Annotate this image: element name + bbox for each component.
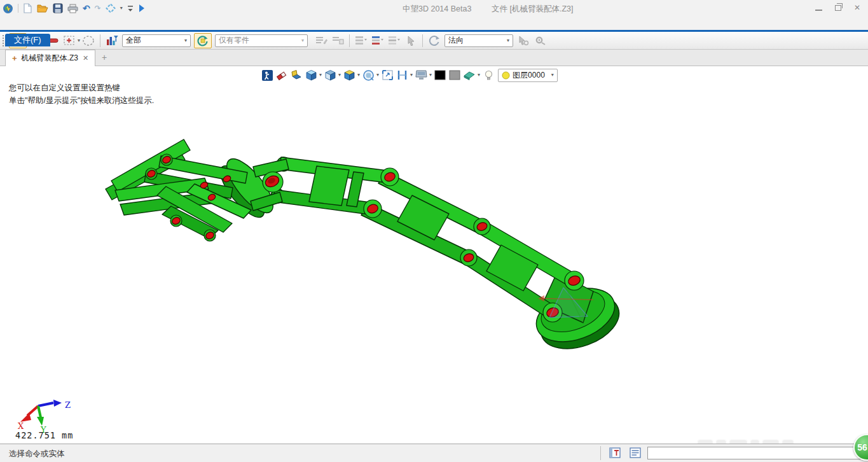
start-app-icon[interactable] xyxy=(138,4,146,13)
save-icon[interactable] xyxy=(53,3,63,13)
command-list-icon[interactable] xyxy=(630,447,641,458)
pick-scope-combo[interactable]: 仅有零件 ▾ xyxy=(215,34,308,47)
pick-scope-value: 仅有零件 xyxy=(219,35,249,46)
selection-toolbar: ▾ 全部 ▾ 仅有零件 ▾ 法向 ▾ xyxy=(0,32,868,50)
view-orient-icon[interactable] xyxy=(427,33,442,48)
axis-triad: Z X Y xyxy=(11,396,81,435)
new-tab-button[interactable]: + xyxy=(102,52,107,62)
pick-box-button[interactable] xyxy=(62,33,77,48)
chevron-down-icon: ▾ xyxy=(301,38,304,43)
close-button[interactable]: ✕ xyxy=(854,4,860,11)
filter-scope-combo[interactable]: 全部 ▾ xyxy=(122,34,191,47)
input-options-icon[interactable] xyxy=(532,33,548,48)
orient-combo[interactable]: 法向 ▾ xyxy=(444,34,513,47)
undo-icon[interactable]: ↶ xyxy=(83,4,90,13)
rotate-view-button[interactable] xyxy=(194,33,212,48)
document-title: 文件 [机械臂装配体.Z3] xyxy=(492,4,573,15)
axis-label-z: Z xyxy=(65,400,71,410)
minimize-button[interactable] xyxy=(815,10,822,11)
list-edit-icon[interactable] xyxy=(313,33,329,48)
open-file-icon[interactable] xyxy=(37,4,48,13)
document-tab-bar: + 机械臂装配体.Z3 ✕ + xyxy=(0,50,868,66)
filter-scope-value: 全部 xyxy=(126,35,141,46)
quick-access-toolbar: ↶ ↷ ▾ xyxy=(3,2,146,15)
divider xyxy=(349,34,350,47)
layer-stack-icon-2[interactable] xyxy=(370,33,385,48)
corner-badge-value: 56 xyxy=(857,442,867,452)
pointer-target-icon[interactable] xyxy=(516,33,531,48)
orient-value: 法向 xyxy=(448,35,464,46)
layer-stack-icon-3[interactable] xyxy=(387,33,402,48)
app-logo-icon[interactable] xyxy=(3,3,13,14)
chevron-down-icon: ▾ xyxy=(507,38,509,43)
title-bar: ↶ ↷ ▾ 中望3D 2014 Beta3 文件 [机械臂装配体.Z3] ✕ xyxy=(0,0,868,17)
list-window-icon[interactable] xyxy=(330,33,345,48)
assembly-model[interactable] xyxy=(0,66,868,444)
menu-item-file[interactable]: 文件(F) xyxy=(5,34,50,46)
selection-filter-icon[interactable] xyxy=(104,33,120,48)
pointer-icon[interactable] xyxy=(403,33,418,48)
toolbar-options-icon[interactable] xyxy=(127,4,134,12)
lasso-button[interactable] xyxy=(81,33,96,48)
axis-label-x: X xyxy=(18,421,24,431)
chevron-down-icon[interactable]: ▾ xyxy=(120,6,123,11)
status-bar: 选择命令或实体 xyxy=(0,444,868,462)
app-title: 中望3D 2014 Beta3 xyxy=(403,4,471,15)
new-file-icon[interactable] xyxy=(23,3,32,13)
document-tab-active[interactable]: + 机械臂装配体.Z3 ✕ xyxy=(5,50,95,66)
divider xyxy=(422,34,423,47)
redo-icon[interactable]: ↷ xyxy=(95,4,101,12)
tab-close-icon[interactable]: ✕ xyxy=(83,54,88,62)
divider xyxy=(600,446,601,460)
maximize-button[interactable] xyxy=(835,5,841,11)
command-input[interactable] xyxy=(647,447,866,459)
datum-display-icon[interactable] xyxy=(106,3,116,13)
text-window-icon[interactable] xyxy=(609,447,621,458)
layer-stack-icon-1[interactable] xyxy=(354,33,369,48)
document-tab-label: 机械臂装配体.Z3 xyxy=(22,53,78,64)
print-icon[interactable] xyxy=(67,4,78,13)
chevron-down-icon[interactable]: ▾ xyxy=(78,38,80,43)
scale-readout: 422.751 mm xyxy=(15,430,73,440)
chevron-down-icon: ▾ xyxy=(184,38,187,43)
divider xyxy=(100,34,100,47)
viewport[interactable]: ▾ ▾ ▾ ▾ ▾ ▾ ▾ xyxy=(0,66,868,444)
divider xyxy=(18,4,18,13)
status-message: 选择命令或实体 xyxy=(9,449,65,459)
tab-plus-icon: + xyxy=(12,53,17,63)
